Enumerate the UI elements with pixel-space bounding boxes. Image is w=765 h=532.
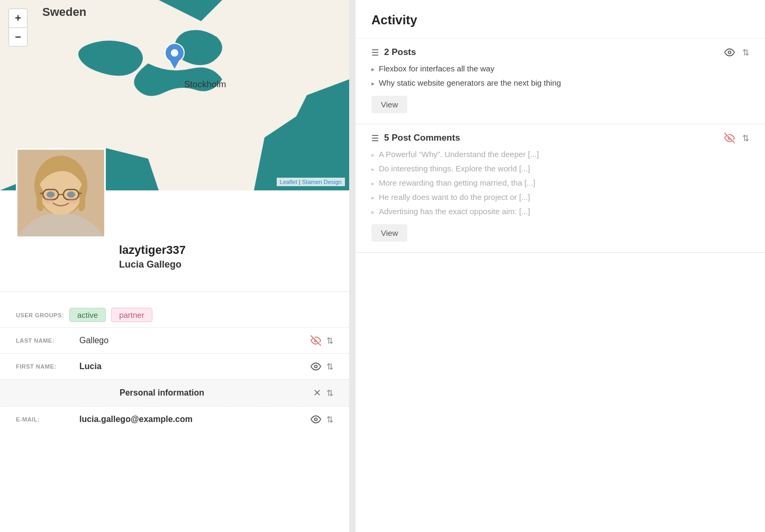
firstname-label: FIRST NAME: bbox=[16, 363, 74, 370]
comments-title: 5 Post Comments bbox=[384, 133, 719, 143]
personal-info-row: Personal information ✕ ⇅ bbox=[0, 379, 349, 406]
firstname-sort-icon[interactable]: ⇅ bbox=[326, 362, 333, 372]
personal-info-icons: ✕ ⇅ bbox=[313, 387, 333, 399]
posts-view-button[interactable]: View bbox=[371, 96, 407, 113]
lastname-value: Gallego bbox=[79, 336, 305, 345]
email-value: lucia.gallego@example.com bbox=[79, 415, 305, 424]
lastname-field-row: LAST NAME: Gallego ⇅ bbox=[0, 327, 349, 353]
lastname-label: LAST NAME: bbox=[16, 337, 74, 344]
list-item: ▸ More rewarding than getting married, t… bbox=[371, 178, 749, 187]
activity-title: Activity bbox=[356, 0, 765, 39]
list-item: ▸ A Powerful “Why”. Understand the deepe… bbox=[371, 150, 749, 159]
posts-items: ▸ Flexbox for interfaces all the way ▸ W… bbox=[371, 64, 749, 87]
lastname-eye-icon[interactable] bbox=[311, 335, 321, 346]
svg-text:Stockholm: Stockholm bbox=[184, 79, 226, 89]
svg-point-23 bbox=[315, 418, 317, 421]
personal-info-close-icon[interactable]: ✕ bbox=[313, 387, 321, 399]
zoom-out-button[interactable]: − bbox=[8, 27, 28, 47]
comments-items: ▸ A Powerful “Why”. Understand the deepe… bbox=[371, 150, 749, 216]
posts-title: 2 Posts bbox=[384, 47, 719, 58]
svg-line-16 bbox=[79, 193, 82, 194]
badge-active[interactable]: active bbox=[69, 308, 106, 322]
profile-photo bbox=[16, 148, 106, 238]
posts-header-controls: ⇅ bbox=[724, 47, 749, 58]
list-item: ▸ Do interesting things. Explore the wor… bbox=[371, 164, 749, 173]
personal-info-sort-icon[interactable]: ⇅ bbox=[326, 388, 333, 398]
email-eye-icon[interactable] bbox=[311, 414, 321, 425]
comments-section: ☰ 5 Post Comments ⇅ ▸ A Powerful “Why”. … bbox=[356, 124, 765, 253]
profile-divider bbox=[0, 291, 349, 292]
zoom-in-button[interactable]: + bbox=[8, 8, 28, 27]
comments-sort-icon[interactable]: ⇅ bbox=[742, 133, 749, 143]
firstname-value: Lucia bbox=[79, 362, 305, 371]
list-item: ▸ He really does want to do the project … bbox=[371, 192, 749, 201]
svg-point-18 bbox=[67, 191, 75, 198]
fullname: Lucia Gallego bbox=[119, 259, 333, 270]
email-label: E-MAIL: bbox=[16, 416, 74, 423]
list-item: ▸ Flexbox for interfaces all the way bbox=[371, 64, 749, 73]
posts-header: ☰ 2 Posts ⇅ bbox=[371, 39, 749, 64]
comments-view-button[interactable]: View bbox=[371, 224, 407, 242]
user-groups-label: USER GROUPS: bbox=[16, 312, 64, 318]
stamen-link[interactable]: Stamen Design bbox=[302, 179, 342, 185]
map-controls: + − bbox=[8, 8, 28, 47]
right-panel: Activity ☰ 2 Posts ⇅ ▸ bbox=[356, 0, 765, 532]
comments-list-icon: ☰ bbox=[371, 133, 379, 143]
firstname-icons: ⇅ bbox=[311, 361, 333, 372]
svg-point-2 bbox=[233, 93, 275, 119]
svg-point-17 bbox=[47, 191, 54, 198]
svg-point-19 bbox=[43, 198, 53, 204]
firstname-field-row: FIRST NAME: Lucia ⇅ bbox=[0, 353, 349, 379]
lastname-icons: ⇅ bbox=[311, 335, 333, 346]
email-field-row: E-MAIL: lucia.gallego@example.com ⇅ bbox=[0, 406, 349, 432]
svg-point-22 bbox=[315, 365, 317, 368]
list-item: ▸ Why static website generators are the … bbox=[371, 78, 749, 87]
leaflet-link[interactable]: Leaflet bbox=[280, 179, 297, 185]
svg-line-15 bbox=[40, 193, 43, 194]
svg-text:Sweden: Sweden bbox=[42, 5, 86, 19]
email-sort-icon[interactable]: ⇅ bbox=[326, 415, 333, 425]
profile-section: lazytiger337 Lucia Gallego bbox=[0, 190, 349, 281]
posts-section: ☰ 2 Posts ⇅ ▸ Flexbox for interfaces all… bbox=[356, 39, 765, 124]
posts-eye-icon[interactable] bbox=[724, 47, 735, 58]
badge-partner[interactable]: partner bbox=[111, 308, 152, 322]
user-groups-row: USER GROUPS: active partner bbox=[0, 302, 349, 327]
lastname-sort-icon[interactable]: ⇅ bbox=[326, 336, 333, 346]
email-icons: ⇅ bbox=[311, 414, 333, 425]
comments-header-controls: ⇅ bbox=[724, 133, 749, 143]
firstname-eye-icon[interactable] bbox=[311, 361, 321, 372]
posts-list-icon: ☰ bbox=[371, 48, 379, 58]
comments-eye-icon[interactable] bbox=[724, 133, 735, 143]
personal-info-label: Personal information bbox=[16, 388, 308, 398]
svg-point-6 bbox=[171, 49, 178, 57]
left-panel: Sweden Stockholm + − Leaflet | Stamen D bbox=[0, 0, 349, 532]
username: lazytiger337 bbox=[119, 243, 333, 257]
comments-header: ☰ 5 Post Comments ⇅ bbox=[371, 124, 749, 150]
svg-point-24 bbox=[728, 51, 731, 54]
list-item: ▸ Advertising has the exact opposite aim… bbox=[371, 207, 749, 216]
svg-point-20 bbox=[68, 198, 78, 204]
posts-sort-icon[interactable]: ⇅ bbox=[742, 48, 749, 58]
map-attribution: Leaflet | Stamen Design bbox=[277, 178, 345, 186]
